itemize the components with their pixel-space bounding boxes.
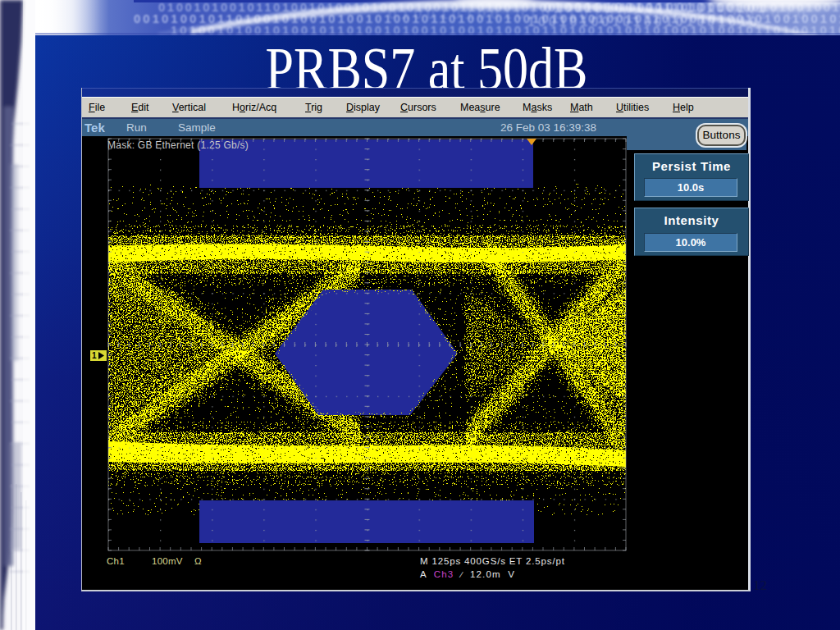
svg-text:1: 1	[92, 351, 97, 360]
